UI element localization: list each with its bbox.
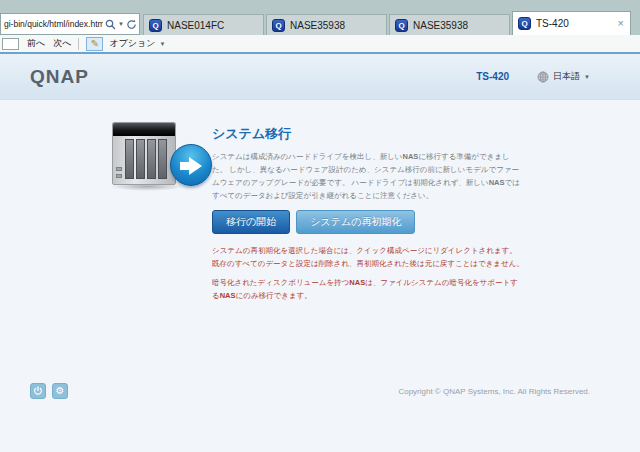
language-selector[interactable]: 日本語 ▼	[537, 70, 590, 83]
tab-nase35938-1[interactable]: Q NASE35938	[266, 14, 387, 35]
encryption-warning-text: 暗号化されたディスクボリュームを持つNASは、ファイルシステムの暗号化をサポート…	[212, 276, 524, 302]
reinitialize-warning-text: システムの再初期化を選択した場合には、クイック構成ページにリダイレクトされます。…	[212, 244, 524, 270]
next-button[interactable]: 次へ	[53, 37, 71, 50]
tab-nase35938-2[interactable]: Q NASE35938	[389, 14, 510, 35]
close-icon[interactable]: ×	[617, 18, 625, 29]
copyright-text: Copyright © QNAP Systems, Inc. All Right…	[398, 387, 590, 396]
gear-icon: ⚙	[56, 386, 65, 396]
nas-drive-bays	[125, 139, 167, 179]
power-button[interactable]	[30, 383, 46, 399]
start-migration-button[interactable]: 移行の開始	[212, 210, 290, 234]
nas-power-button-detail	[116, 167, 122, 171]
qnap-favicon-icon: Q	[272, 19, 285, 32]
options-label: オプション	[109, 37, 155, 50]
main-content: システム移行 システムは構成済みのハードドライブを検出し、新しいNASに移行する…	[212, 125, 524, 302]
site-header: QNAP TS-420 日本語 ▼	[0, 54, 640, 100]
tab-nase014fc[interactable]: Q NASE014FC	[143, 14, 264, 35]
prev-button[interactable]: 前へ	[27, 37, 45, 50]
system-buttons: ⚙	[30, 383, 68, 399]
qnap-favicon-icon: Q	[395, 19, 408, 32]
refresh-icon[interactable]	[126, 19, 137, 30]
nas-top-panel	[113, 123, 175, 136]
toolbar-mini-input[interactable]	[2, 38, 19, 50]
tab-strip: Q NASE014FC Q NASE35938 Q NASE35938 Q TS…	[143, 11, 640, 35]
action-buttons: 移行の開始 システムの再初期化	[212, 210, 524, 234]
window-top-strip	[0, 0, 640, 10]
secondary-toolbar: 前へ 次へ ✎ オプション ▼	[0, 35, 640, 52]
header-right: TS-420 日本語 ▼	[476, 70, 590, 83]
tab-label: NASE35938	[290, 20, 345, 31]
language-label: 日本語	[553, 70, 580, 83]
page-title: システム移行	[212, 125, 524, 143]
chevron-down-icon: ▼	[584, 74, 590, 80]
tab-label: TS-420	[536, 18, 569, 29]
nas-tower-image	[112, 122, 176, 185]
qnap-favicon-icon: Q	[149, 19, 162, 32]
toolbar-divider	[78, 38, 79, 50]
chevron-down-icon: ▼	[160, 41, 166, 47]
qnap-favicon-icon: Q	[518, 17, 531, 30]
options-button[interactable]: オプション ▼	[109, 37, 165, 50]
address-dropdown-icon[interactable]: ▼	[118, 21, 124, 27]
power-icon	[33, 386, 43, 396]
site-footer: ⚙ Copyright © QNAP Systems, Inc. All Rig…	[30, 382, 590, 400]
address-url[interactable]: gi-bin/quick/html/index.htm	[4, 19, 103, 29]
qnap-quick-setup-page: QNAP TS-420 日本語 ▼	[0, 54, 640, 452]
model-label: TS-420	[476, 71, 509, 82]
tab-label: NASE014FC	[167, 20, 224, 31]
settings-button[interactable]: ⚙	[52, 383, 68, 399]
browser-chrome: gi-bin/quick/html/index.htm ▼ Q NASE014F…	[0, 0, 640, 54]
globe-icon	[537, 71, 549, 83]
migration-arrow-icon	[170, 144, 212, 186]
nas-usb-port-detail	[116, 174, 122, 178]
reinitialize-system-button[interactable]: システムの再初期化	[296, 210, 415, 234]
tab-bar: gi-bin/quick/html/index.htm ▼ Q NASE014F…	[0, 10, 640, 35]
pencil-icon: ✎	[91, 39, 99, 49]
tab-label: NASE35938	[413, 20, 468, 31]
nas-migration-illustration	[108, 120, 223, 205]
tab-ts420-active[interactable]: Q TS-420 ×	[512, 11, 631, 35]
address-bar[interactable]: gi-bin/quick/html/index.htm ▼	[0, 13, 140, 35]
qnap-logo: QNAP	[30, 66, 89, 88]
migration-description: システムは構成済みのハードドライブを検出し、新しいNASに移行する準備ができまし…	[212, 150, 524, 202]
highlight-pencil-button[interactable]: ✎	[86, 37, 103, 51]
search-icon[interactable]	[105, 19, 116, 30]
